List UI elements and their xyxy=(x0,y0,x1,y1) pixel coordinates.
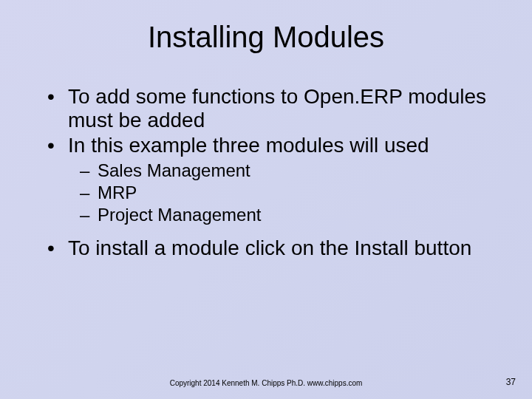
bullet-text: To install a module click on the Install… xyxy=(68,236,471,260)
sub-bullet-text: MRP xyxy=(98,182,137,204)
bullet-dash-icon: – xyxy=(80,160,98,182)
sub-bullet-item: – Project Management xyxy=(80,204,495,226)
bullet-item: • To install a module click on the Insta… xyxy=(47,236,495,260)
bullet-item: • In this example three modules will use… xyxy=(47,134,495,157)
sub-bullet-text: Project Management xyxy=(98,204,261,226)
sub-bullet-item: – MRP xyxy=(80,182,495,204)
slide-content: • To add some functions to Open.ERP modu… xyxy=(30,85,502,260)
bullet-item: • To add some functions to Open.ERP modu… xyxy=(47,85,495,132)
slide-title: Installing Modules xyxy=(30,21,502,54)
bullet-dot-icon: • xyxy=(47,134,68,157)
sub-bullet-item: – Sales Management xyxy=(80,160,495,182)
sub-bullet-text: Sales Management xyxy=(98,160,250,182)
bullet-dash-icon: – xyxy=(80,204,98,226)
spacer xyxy=(47,226,495,236)
footer-copyright: Copyright 2014 Kenneth M. Chipps Ph.D. w… xyxy=(0,379,532,387)
bullet-text: To add some functions to Open.ERP module… xyxy=(68,85,495,132)
slide: Installing Modules • To add some functio… xyxy=(0,0,532,399)
bullet-dot-icon: • xyxy=(47,85,68,132)
bullet-dash-icon: – xyxy=(80,182,98,204)
bullet-text: In this example three modules will used xyxy=(68,134,429,157)
page-number: 37 xyxy=(506,377,516,387)
bullet-dot-icon: • xyxy=(47,236,68,260)
